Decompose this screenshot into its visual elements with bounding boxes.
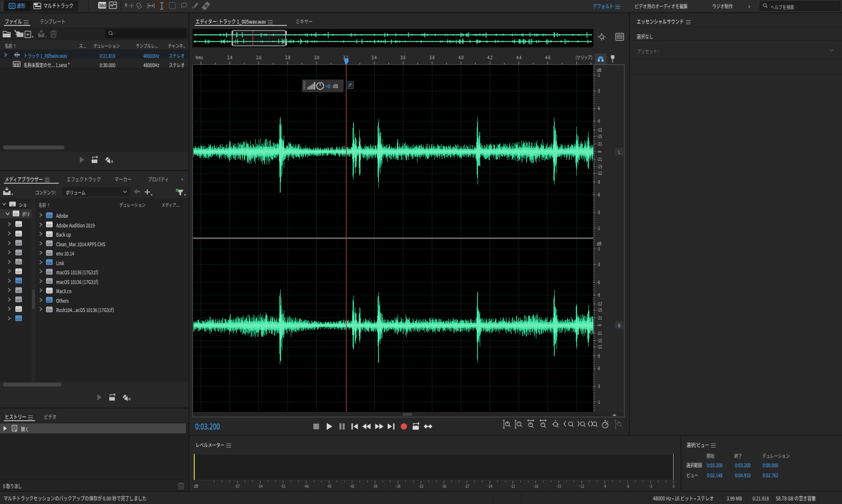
svg-text:-3: -3: [597, 261, 600, 267]
svg-text:-9: -9: [603, 483, 606, 489]
svg-text:-3: -3: [597, 383, 600, 389]
svg-text:-18: -18: [533, 483, 538, 489]
svg-text:-6: -6: [597, 105, 600, 111]
svg-text:(クリップ): (クリップ): [575, 53, 592, 60]
svg-text:4.2: 4.2: [487, 53, 492, 60]
svg-text:2.8: 2.8: [285, 53, 290, 60]
svg-text:2.4: 2.4: [227, 53, 232, 60]
svg-text:+0: +0: [326, 82, 330, 89]
svg-text:-1: -1: [597, 398, 600, 405]
svg-text:0: 0: [673, 483, 674, 489]
svg-text:-6: -6: [597, 365, 600, 371]
svg-text:-15: -15: [597, 163, 602, 170]
svg-text:3.0: 3.0: [314, 53, 319, 60]
svg-text:-12: -12: [597, 170, 602, 176]
svg-text:-36: -36: [396, 483, 400, 489]
svg-text:-1: -1: [597, 224, 600, 231]
svg-text:-3: -3: [597, 87, 600, 94]
svg-text:-∞: -∞: [597, 148, 602, 155]
svg-text:-15: -15: [597, 337, 602, 344]
svg-text:-15: -15: [557, 483, 561, 489]
svg-text:3.6: 3.6: [400, 53, 406, 60]
svg-text:-39: -39: [373, 483, 378, 489]
svg-text:-6: -6: [597, 279, 600, 285]
svg-text:-51: -51: [281, 483, 285, 489]
svg-text:-45: -45: [327, 483, 332, 489]
svg-text:2.6: 2.6: [256, 53, 261, 60]
svg-text:-57: -57: [235, 483, 239, 489]
svg-text:3.4: 3.4: [371, 53, 377, 60]
svg-text:hms: hms: [196, 53, 203, 60]
svg-text:-1: -1: [597, 245, 600, 252]
svg-text:-21: -21: [597, 314, 602, 321]
svg-text:-27: -27: [464, 483, 469, 489]
svg-text:4.4: 4.4: [516, 53, 521, 60]
svg-text:-12: -12: [579, 483, 584, 489]
svg-text:4.0: 4.0: [458, 53, 464, 60]
svg-text:-21: -21: [510, 483, 515, 489]
svg-text:dB: dB: [333, 82, 338, 89]
svg-text:-9: -9: [597, 352, 600, 359]
svg-text:-12: -12: [597, 300, 602, 307]
svg-text:-6: -6: [626, 483, 629, 489]
svg-text:-33: -33: [418, 483, 423, 489]
svg-text:-12: -12: [597, 343, 602, 350]
svg-text:dB: dB: [194, 483, 198, 489]
svg-text:-21: -21: [597, 140, 602, 147]
svg-text:-15: -15: [597, 133, 602, 139]
svg-text:4.6: 4.6: [545, 53, 550, 60]
svg-text:-24: -24: [488, 483, 492, 489]
svg-text:-21: -21: [597, 330, 602, 336]
svg-text:-12: -12: [597, 126, 602, 133]
svg-text:-9: -9: [597, 178, 600, 185]
svg-text:-42: -42: [350, 483, 354, 489]
svg-text:-∞: -∞: [597, 322, 602, 328]
svg-text:-54: -54: [258, 483, 263, 489]
svg-text:-9: -9: [597, 117, 600, 124]
svg-text:波形: 波形: [17, 1, 25, 10]
svg-text:-3: -3: [649, 483, 652, 489]
svg-text:-9: -9: [597, 291, 600, 298]
svg-text:-6: -6: [597, 191, 600, 198]
svg-text:-1: -1: [597, 71, 600, 78]
svg-text:-3: -3: [597, 209, 600, 215]
svg-text:マルチトラック: マルチトラック: [43, 1, 73, 10]
svg-text:3.8: 3.8: [429, 53, 435, 60]
svg-text:-48: -48: [304, 483, 309, 489]
svg-text:-30: -30: [442, 483, 446, 489]
svg-text:-21: -21: [597, 156, 602, 162]
svg-text:-15: -15: [597, 306, 602, 313]
